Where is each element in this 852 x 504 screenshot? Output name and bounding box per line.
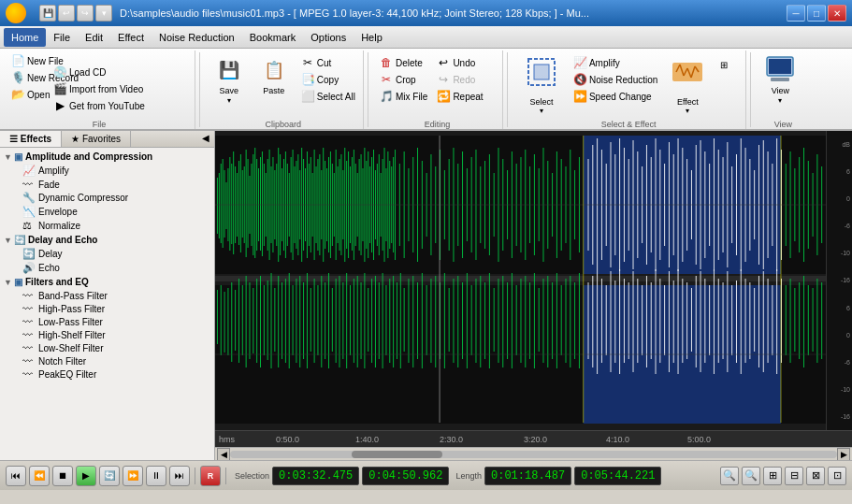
zoom-extra-btn[interactable]: ⊡ — [828, 467, 846, 485]
group-filters-eq[interactable]: ▼ ▣ Filters and EQ — [0, 275, 214, 289]
zoom-all-btn[interactable]: ⊞ — [763, 467, 782, 485]
waveform-main[interactable] — [215, 131, 826, 430]
tree-item-dynamic-compressor[interactable]: 🔧 Dynamic Compressor — [0, 191, 214, 205]
quick-save-btn[interactable]: 💾 — [39, 5, 56, 22]
svg-rect-324 — [673, 281, 674, 363]
zoom-out-btn[interactable]: 🔍 — [742, 467, 760, 485]
h-scrollbar-thumb[interactable] — [352, 451, 442, 458]
svg-rect-228 — [271, 273, 272, 368]
delete-button[interactable]: 🗑 Delete — [376, 54, 431, 71]
open-button[interactable]: 📂 Open — [7, 86, 53, 103]
tree-item-envelope[interactable]: 📉 Envelope — [0, 205, 214, 219]
skip-to-end-btn[interactable]: ⏭ — [169, 466, 190, 486]
fast-forward-btn[interactable]: ⏩ — [123, 466, 143, 486]
paste-button[interactable]: 📋 Paste — [253, 52, 296, 105]
transport-sep-2 — [225, 468, 226, 484]
waveform-area[interactable]: dB 6 0 -6 -10 -16 6 0 -6 -10 -16 hms 0:5… — [215, 131, 852, 460]
ribbon-group-editing: 🗑 Delete ✂ Crop 🎵 Mix File ↩ Undo — [372, 50, 503, 129]
amplify-button[interactable]: 📈 Amplify — [570, 54, 661, 71]
select-all-button[interactable]: ⬜ Select All — [297, 88, 359, 105]
zoom-sel-btn[interactable]: ⊠ — [806, 467, 825, 485]
menu-noise-reduction[interactable]: Noise Reduction — [152, 28, 242, 47]
skip-to-start-btn[interactable]: ⏮ — [6, 466, 26, 486]
minimize-btn[interactable]: ─ — [787, 5, 805, 22]
svg-rect-217 — [231, 282, 232, 362]
load-cd-icon: 💿 — [53, 65, 66, 79]
quick-more-btn[interactable]: ▾ — [95, 5, 112, 22]
tree-item-peakeq[interactable]: 〰 PeakEQ Filter — [0, 367, 214, 381]
tree-item-amplify[interactable]: 📈 Amplify — [0, 164, 214, 178]
svg-rect-231 — [282, 282, 282, 359]
svg-rect-34 — [246, 150, 247, 257]
quick-redo-btn[interactable]: ↪ — [77, 5, 94, 22]
svg-rect-224 — [256, 279, 257, 363]
h-scrollbar[interactable] — [230, 451, 837, 458]
svg-rect-302 — [570, 276, 570, 367]
svg-rect-161 — [597, 138, 598, 269]
tree-item-low-shelf[interactable]: 〰 Low-Shelf Filter — [0, 341, 214, 354]
undo-button[interactable]: ↩ Undo — [433, 54, 486, 71]
mix-file-button[interactable]: 🎵 Mix File — [376, 88, 431, 105]
tree-item-delay[interactable]: 🔄 Delay — [0, 247, 214, 261]
load-cd-button[interactable]: 💿 Load CD — [50, 64, 109, 80]
tree-item-normalize[interactable]: ⚖ Normalize — [0, 219, 214, 233]
group-delay-echo[interactable]: ▼ 🔄 Delay and Echo — [0, 233, 214, 247]
menu-effect[interactable]: Effect — [110, 28, 152, 47]
tab-effects[interactable]: ☰ Effects — [0, 131, 62, 147]
svg-rect-223 — [253, 288, 253, 353]
svg-rect-297 — [547, 276, 548, 367]
quick-undo-btn[interactable]: ↩ — [58, 5, 75, 22]
svg-rect-341 — [749, 282, 750, 359]
copy-button[interactable]: 📑 Copy — [297, 71, 359, 88]
tree-item-echo[interactable]: 🔊 Echo — [0, 261, 214, 275]
scroll-left-btn[interactable]: ◀ — [217, 448, 230, 461]
menu-options[interactable]: Options — [303, 28, 354, 47]
redo-button[interactable]: ↪ Redo — [433, 71, 486, 88]
view-group-label: View — [758, 120, 807, 129]
rewind-btn[interactable]: ⏪ — [29, 466, 50, 486]
svg-rect-340 — [745, 279, 746, 363]
pause-btn[interactable]: ⏸ — [146, 466, 166, 486]
select-button[interactable]: Select ▾ — [515, 52, 568, 118]
close-btn[interactable]: ✕ — [828, 5, 846, 22]
noise-reduction-button[interactable]: 🔇 Noise Reduction — [570, 71, 661, 88]
save-button[interactable]: 💾 Save ▾ — [208, 52, 251, 108]
tree-item-high-shelf[interactable]: 〰 High-Shelf Filter — [0, 328, 214, 341]
menu-file[interactable]: File — [46, 28, 78, 47]
view-button[interactable]: View ▾ — [758, 52, 801, 108]
menu-home[interactable]: Home — [4, 28, 46, 47]
crop-button[interactable]: ✂ Crop — [376, 71, 431, 88]
tree-item-band-pass[interactable]: 〰 Band-Pass Filter — [0, 289, 214, 302]
maximize-btn[interactable]: □ — [807, 5, 826, 22]
menu-bookmark[interactable]: Bookmark — [242, 28, 304, 47]
effect-button[interactable]: Effect ▾ — [663, 52, 712, 118]
speed-change-button[interactable]: ⏩ Speed Change — [570, 88, 661, 105]
zoom-in-btn[interactable]: 🔍 — [720, 467, 739, 485]
svg-rect-21 — [223, 159, 224, 248]
record-btn[interactable]: R — [200, 466, 221, 486]
extra-options-btn[interactable]: ⊞ — [714, 54, 734, 75]
menu-edit[interactable]: Edit — [78, 28, 110, 47]
db-ruler: dB 6 0 -6 -10 -16 6 0 -6 -10 -16 — [826, 131, 852, 430]
tree-item-notch[interactable]: 〰 Notch Filter — [0, 354, 214, 367]
play-btn[interactable]: ▶ — [76, 466, 96, 486]
tab-favorites[interactable]: ★ Favorites — [62, 131, 131, 147]
stop-btn[interactable]: ⏹ — [52, 466, 73, 486]
repeat-button[interactable]: 🔁 Repeat — [433, 88, 486, 105]
zoom-fit-btn[interactable]: ⊟ — [785, 467, 803, 485]
tree-item-low-pass[interactable]: 〰 Low-Pass Filter — [0, 315, 214, 328]
editing-group-label: Editing — [376, 120, 498, 129]
panel-nav-btn[interactable]: ◀ — [197, 131, 214, 147]
scroll-right-btn[interactable]: ▶ — [837, 448, 850, 461]
menu-help[interactable]: Help — [354, 28, 390, 47]
loop-btn[interactable]: 🔄 — [99, 466, 120, 486]
svg-rect-245 — [332, 288, 333, 352]
group-amplitude-compression[interactable]: ▼ ▣ Amplitude and Compression — [0, 150, 214, 164]
cut-button[interactable]: ✂ Cut — [297, 54, 359, 71]
tree-item-fade[interactable]: 〰 Fade — [0, 178, 214, 191]
svg-rect-236 — [299, 276, 300, 367]
get-youtube-button[interactable]: ▶ Get from YouTube — [50, 97, 149, 114]
tree-item-high-pass[interactable]: 〰 High-Pass Filter — [0, 302, 214, 315]
window-controls: ─ □ ✕ — [787, 5, 846, 22]
import-video-button[interactable]: 🎬 Import from Video — [50, 80, 147, 97]
